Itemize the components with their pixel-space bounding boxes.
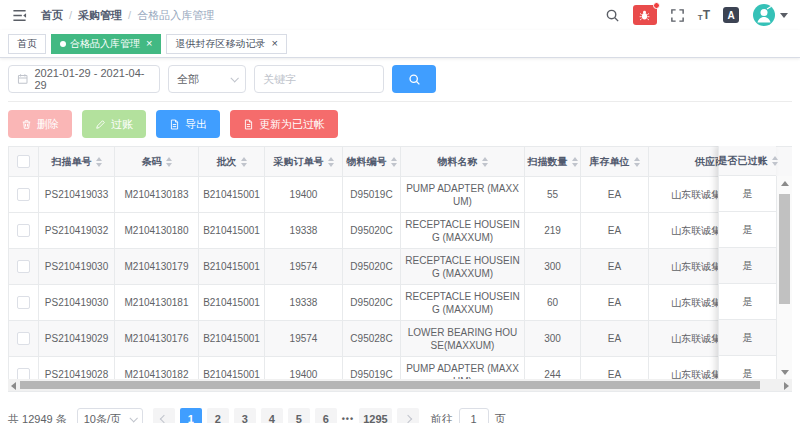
- more-pages-button[interactable]: •••: [342, 414, 354, 423]
- prev-page-button[interactable]: [153, 408, 175, 423]
- tab-qualified-inbound[interactable]: 合格品入库管理 ×: [51, 34, 161, 54]
- trash-icon: [21, 119, 32, 130]
- top-navbar: 首页 / 采购管理 / 合格品入库管理 TT A: [0, 0, 800, 30]
- sort-caret-icon[interactable]: [328, 157, 334, 167]
- document-icon: [169, 119, 180, 130]
- export-button[interactable]: 导出: [156, 110, 220, 138]
- sort-caret-icon[interactable]: [391, 157, 397, 167]
- page-size-select[interactable]: 10条/页: [77, 408, 143, 423]
- hamburger-icon[interactable]: [12, 8, 27, 23]
- cell-posted: 是: [719, 212, 776, 248]
- page-button-5[interactable]: 5: [288, 408, 310, 423]
- header-barcode[interactable]: 条码: [115, 147, 199, 177]
- keyword-placeholder: 关键字: [263, 72, 296, 87]
- header-select-all[interactable]: [9, 147, 39, 177]
- breadcrumb-purchase[interactable]: 采购管理: [78, 8, 122, 23]
- table-row[interactable]: PS210419033 M2104130183 B210415001 19400…: [9, 177, 793, 213]
- row-checkbox[interactable]: [17, 224, 30, 237]
- header-scan-qty[interactable]: 扫描数量: [525, 147, 581, 177]
- page-button-4[interactable]: 4: [261, 408, 283, 423]
- header-scan-no[interactable]: 扫描单号: [39, 147, 115, 177]
- search-button[interactable]: [392, 65, 436, 93]
- sort-caret-icon[interactable]: [772, 156, 778, 166]
- row-checkbox[interactable]: [17, 332, 30, 345]
- page-button-6[interactable]: 6: [315, 408, 337, 423]
- sort-caret-icon[interactable]: [166, 157, 172, 167]
- button-label: 导出: [185, 117, 207, 132]
- sort-caret-icon[interactable]: [634, 157, 640, 167]
- page-button-2[interactable]: 2: [207, 408, 229, 423]
- sort-caret-icon[interactable]: [241, 157, 247, 167]
- table-row[interactable]: PS210419032 M2104130180 B210415001 19338…: [9, 213, 793, 249]
- horizontal-scrollbar-thumb[interactable]: [20, 381, 760, 389]
- goto-page-input[interactable]: [459, 408, 489, 423]
- post-button[interactable]: 过账: [82, 110, 146, 138]
- select-all-checkbox[interactable]: [17, 155, 30, 168]
- update-posted-button[interactable]: 更新为已过帐: [230, 110, 338, 138]
- search-icon[interactable]: [605, 8, 620, 23]
- date-range-picker[interactable]: 2021-01-29 - 2021-04-29: [8, 65, 160, 93]
- sort-caret-icon[interactable]: [96, 157, 102, 167]
- breadcrumb-home[interactable]: 首页: [41, 8, 63, 23]
- page-button-1[interactable]: 1: [180, 408, 202, 423]
- cell-po-no: 19338: [265, 285, 343, 321]
- cell-barcode: M2104130181: [115, 285, 199, 321]
- header-stock-unit[interactable]: 库存单位: [581, 147, 649, 177]
- header-po-no[interactable]: 采购订单号: [265, 147, 343, 177]
- active-dot-icon: [60, 41, 66, 47]
- font-size-icon[interactable]: TT: [698, 8, 710, 22]
- scroll-up-arrow-icon[interactable]: [781, 181, 789, 186]
- pager: 1 2 3 4 5 6 ••• 1295: [153, 408, 419, 423]
- column-label: 条码: [142, 156, 162, 167]
- column-label: 库存单位: [590, 156, 630, 167]
- table-row[interactable]: PS210419030 M2104130181 B210415001 19338…: [9, 285, 793, 321]
- delete-button[interactable]: 删除: [8, 110, 72, 138]
- tab-sealed-area-records[interactable]: 退供封存区移动记录 ×: [166, 34, 286, 54]
- table-row[interactable]: PS210419030 M2104130179 B210415001 19574…: [9, 249, 793, 285]
- category-select[interactable]: 全部: [168, 65, 246, 93]
- row-checkbox[interactable]: [17, 260, 30, 273]
- cell-posted: 是: [719, 176, 776, 212]
- button-label: 更新为已过帐: [259, 117, 325, 132]
- row-checkbox[interactable]: [17, 296, 30, 309]
- column-label: 采购订单号: [274, 156, 324, 167]
- close-icon[interactable]: ×: [146, 38, 152, 49]
- fixed-posted-column: 是否已过账 是 是 是 是 是 是: [718, 146, 776, 392]
- tab-home[interactable]: 首页: [8, 34, 46, 54]
- header-posted[interactable]: 是否已过账: [719, 146, 776, 176]
- sort-caret-icon[interactable]: [572, 157, 578, 167]
- button-label: 过账: [111, 117, 133, 132]
- next-page-button[interactable]: [397, 408, 419, 423]
- cell-material-no: D95020C: [343, 249, 401, 285]
- chevron-right-icon: [403, 415, 411, 423]
- avatar[interactable]: [752, 3, 776, 27]
- sort-caret-icon[interactable]: [482, 157, 488, 167]
- scroll-down-arrow-icon[interactable]: [781, 370, 789, 375]
- close-icon[interactable]: ×: [271, 38, 277, 49]
- page-button-3[interactable]: 3: [234, 408, 256, 423]
- scroll-right-arrow-icon[interactable]: [784, 382, 789, 390]
- vertical-scrollbar[interactable]: [776, 176, 792, 380]
- cell-po-no: 19574: [265, 321, 343, 357]
- scroll-left-arrow-icon[interactable]: [11, 382, 16, 390]
- bug-report-button[interactable]: [633, 5, 657, 25]
- fullscreen-icon[interactable]: [670, 8, 685, 23]
- header-batch[interactable]: 批次: [199, 147, 265, 177]
- cell-posted: 是: [719, 284, 776, 320]
- cell-stock-unit: EA: [581, 285, 649, 321]
- cell-material-name: RECEPTACLE HOUSEING (MAXXUM): [401, 213, 525, 249]
- language-icon[interactable]: A: [723, 7, 739, 23]
- row-checkbox[interactable]: [17, 188, 30, 201]
- horizontal-scrollbar[interactable]: [8, 379, 792, 391]
- header-material-name[interactable]: 物料名称: [401, 147, 525, 177]
- font-size-big-glyph: T: [703, 8, 710, 22]
- page-button-last[interactable]: 1295: [359, 408, 391, 423]
- table-row[interactable]: PS210419029 M2104130176 B210415001 19574…: [9, 321, 793, 357]
- user-menu[interactable]: [752, 3, 788, 27]
- cell-stock-unit: EA: [581, 249, 649, 285]
- vertical-scrollbar-thumb[interactable]: [779, 194, 790, 304]
- keyword-input[interactable]: 关键字: [254, 65, 384, 93]
- header-material-no[interactable]: 物料编号: [343, 147, 401, 177]
- cell-material-name: RECEPTACLE HOUSEING (MAXXUM): [401, 285, 525, 321]
- cell-scan-qty: 300: [525, 249, 581, 285]
